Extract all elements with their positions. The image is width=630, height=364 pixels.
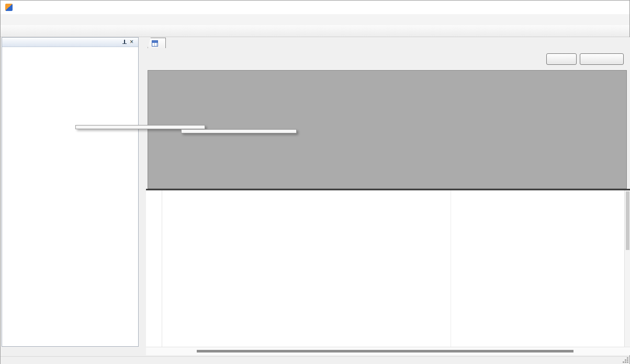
codegen-submenu <box>181 129 297 133</box>
gutter-divider <box>162 190 162 347</box>
app-window <box>0 0 630 364</box>
toolbar <box>1 25 629 37</box>
sql-editor[interactable] <box>146 189 630 347</box>
editor-horizontal-scrollbar[interactable] <box>146 347 630 355</box>
database-info-panel <box>2 37 139 347</box>
dock-header <box>2 38 138 47</box>
pin-icon[interactable] <box>121 39 128 46</box>
close-icon[interactable] <box>128 39 136 46</box>
title-bar <box>1 1 629 14</box>
refresh-button[interactable] <box>546 53 577 65</box>
set-field-alias-button[interactable] <box>580 53 624 65</box>
editor-vertical-scrollbar[interactable] <box>624 190 630 347</box>
scrollbar-thumb[interactable] <box>197 350 573 352</box>
context-menu <box>75 125 205 129</box>
status-bar <box>1 356 629 364</box>
app-icon <box>5 4 13 11</box>
tab-table-basic-info[interactable] <box>148 38 166 48</box>
scrollbar-thumb[interactable] <box>626 191 629 250</box>
editor-guide-line <box>451 190 451 347</box>
document-tabstrip <box>146 37 630 48</box>
menu-bar <box>1 14 629 25</box>
table-grid-icon <box>152 40 158 47</box>
db-tree <box>2 47 138 346</box>
resize-grip[interactable] <box>627 361 628 363</box>
document-area <box>146 37 630 347</box>
